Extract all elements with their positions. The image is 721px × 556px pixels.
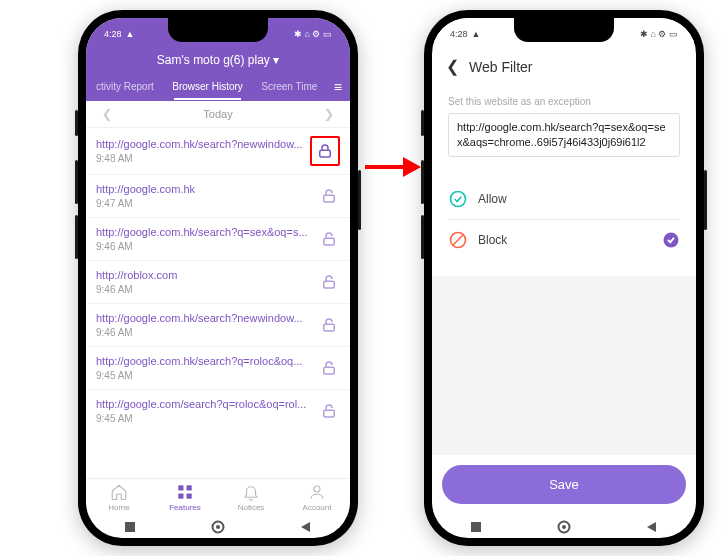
history-time: 9:46 AM [96,327,312,338]
svg-line-20 [453,235,463,245]
nav-features-label: Features [169,503,201,512]
status-warn-icon: ▲ [472,29,481,39]
save-button[interactable]: Save [442,465,686,504]
list-item[interactable]: http://google.com.hk 9:47 AM [86,175,350,218]
svg-rect-8 [187,485,192,490]
history-time: 9:46 AM [96,284,312,295]
phone-right: 4:28 ▲ ✱ ⌂ ⚙ ▭ ❮ Web Filter Set this web… [424,10,704,546]
date-next-icon[interactable]: ❯ [318,107,340,121]
svg-rect-12 [125,522,135,532]
lock-icon[interactable] [318,314,340,336]
status-time: 4:28 [450,29,468,39]
history-url: http://roblox.com [96,269,312,281]
lock-icon[interactable] [318,357,340,379]
phone-left: 4:28 ▲ ✱ ⌂ ⚙ ▭ Sam's moto g(6) play ▾ ct… [78,10,358,546]
date-prev-icon[interactable]: ❮ [96,107,118,121]
history-url: http://google.com.hk/search?q=roloc&oq..… [96,355,312,367]
selected-check-icon [662,231,680,249]
block-label: Block [478,233,507,247]
svg-point-18 [451,191,466,206]
nav-home[interactable]: Home [86,483,152,512]
arrow-icon [365,155,421,179]
page-title: Web Filter [469,59,533,75]
app-header: Sam's moto g(6) play ▾ ctivity Report Br… [86,47,350,101]
nav-home-label: Home [108,503,129,512]
svg-rect-5 [324,367,335,374]
history-time: 9:48 AM [96,153,304,164]
svg-rect-2 [324,238,335,245]
history-url: http://google.com.hk/search?q=sex&oq=s..… [96,226,312,238]
list-item[interactable]: http://roblox.com 9:46 AM [86,261,350,304]
history-time: 9:45 AM [96,413,312,424]
android-home-icon[interactable] [557,520,571,534]
svg-rect-0 [320,150,331,157]
svg-rect-9 [178,494,183,499]
lock-icon[interactable] [310,136,340,166]
list-item[interactable]: http://google.com.hk/search?newwindow...… [86,304,350,347]
history-time: 9:45 AM [96,370,312,381]
date-navigator: ❮ Today ❯ [86,101,350,128]
svg-marker-25 [647,522,656,532]
list-item[interactable]: http://google.com.hk/search?newwindow...… [86,128,350,175]
back-icon[interactable]: ❮ [446,57,459,76]
tab-screen-time[interactable]: Screen Time [255,75,323,100]
hint-text: Set this website as an exception [448,96,680,107]
tab-activity-report[interactable]: ctivity Report [90,75,160,100]
android-recent-icon[interactable] [123,520,137,534]
android-nav [432,514,696,538]
nav-notices[interactable]: Notices [218,483,284,512]
nav-features[interactable]: Features [152,483,218,512]
history-time: 9:46 AM [96,241,312,252]
device-selector[interactable]: Sam's moto g(6) play ▾ [86,51,350,73]
status-warn-icon: ▲ [126,29,135,39]
history-list: http://google.com.hk/search?newwindow...… [86,128,350,478]
status-icons: ✱ ⌂ ⚙ ▭ [294,29,332,39]
svg-rect-10 [187,494,192,499]
nav-account[interactable]: Account [284,483,350,512]
spacer [432,276,696,455]
svg-marker-17 [403,157,421,177]
android-back-icon[interactable] [645,520,659,534]
list-item[interactable]: http://google.com.hk/search?q=sex&oq=s..… [86,218,350,261]
svg-rect-6 [324,410,335,417]
allow-label: Allow [478,192,507,206]
android-nav [86,514,350,538]
svg-rect-1 [324,195,335,202]
svg-point-11 [314,486,320,492]
option-block[interactable]: Block [448,220,680,260]
svg-rect-4 [324,324,335,331]
svg-rect-7 [178,485,183,490]
history-url: http://google.com/search?q=roloc&oq=rol.… [96,398,312,410]
history-url: http://google.com.hk/search?newwindow... [96,312,312,324]
android-recent-icon[interactable] [469,520,483,534]
status-icons: ✱ ⌂ ⚙ ▭ [640,29,678,39]
page-header: ❮ Web Filter [432,47,696,86]
history-url: http://google.com.hk [96,183,312,195]
list-item[interactable]: http://google.com.hk/search?q=roloc&oq..… [86,347,350,390]
nav-account-label: Account [303,503,332,512]
svg-point-24 [562,525,566,529]
lock-icon[interactable] [318,400,340,422]
date-label: Today [203,108,232,120]
svg-marker-15 [301,522,310,532]
history-time: 9:47 AM [96,198,312,209]
status-time: 4:28 [104,29,122,39]
android-back-icon[interactable] [299,520,313,534]
check-circle-icon [448,189,468,209]
option-allow[interactable]: Allow [448,179,680,219]
list-item[interactable]: http://google.com/search?q=roloc&oq=rol.… [86,390,350,432]
block-circle-icon [448,230,468,250]
lock-icon[interactable] [318,228,340,250]
svg-point-14 [216,525,220,529]
menu-icon[interactable]: ≡ [330,73,346,101]
url-input[interactable]: http://google.com.hk/search?q=sex&oq=sex… [448,113,680,157]
tab-browser-history[interactable]: Browser History [166,75,249,100]
android-home-icon[interactable] [211,520,225,534]
lock-icon[interactable] [318,185,340,207]
lock-icon[interactable] [318,271,340,293]
nav-notices-label: Notices [238,503,265,512]
history-url: http://google.com.hk/search?newwindow... [96,138,304,150]
svg-rect-3 [324,281,335,288]
bottom-nav: Home Features Notices Account [86,478,350,514]
svg-rect-22 [471,522,481,532]
